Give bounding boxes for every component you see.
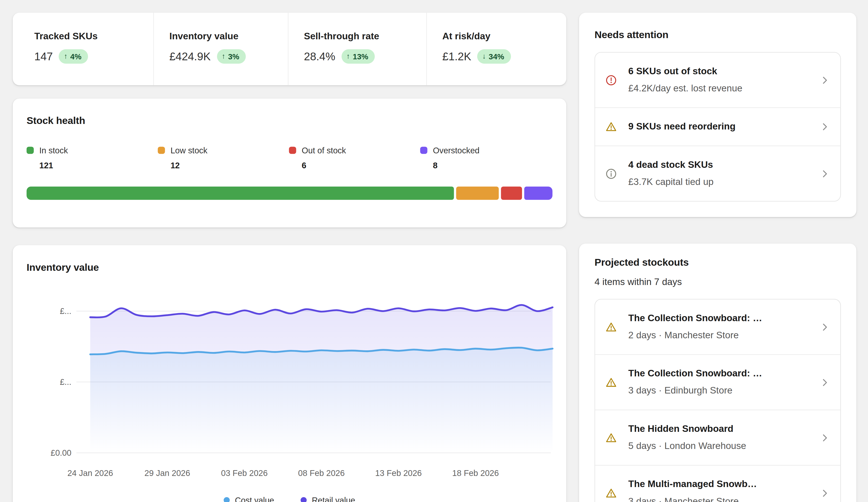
svg-text:18 Feb 2026: 18 Feb 2026 bbox=[452, 469, 499, 478]
inventory-value-chart-card: Inventory value £...£...£0.00 24 Jan 202… bbox=[13, 245, 566, 502]
svg-text:24 Jan 2026: 24 Jan 2026 bbox=[67, 469, 113, 478]
attention-item-title: 4 dead stock SKUs bbox=[628, 158, 808, 172]
stockout-item-title: The Collection Snowboard: … bbox=[628, 367, 808, 381]
warning-triangle-icon bbox=[605, 321, 617, 333]
kpi-label: Sell-through rate bbox=[304, 31, 426, 42]
stockout-item-title: The Multi-managed Snowb… bbox=[628, 477, 808, 492]
arrow-up-icon: ↑ bbox=[64, 52, 68, 61]
kpi-delta-value: 34% bbox=[489, 52, 504, 61]
stock-health-bar bbox=[27, 187, 552, 200]
legend-count: 8 bbox=[433, 161, 551, 170]
needs-attention-card: Needs attention 6 SKUs out of stock £4.2… bbox=[579, 13, 856, 217]
kpi-value: £424.9K bbox=[169, 50, 211, 63]
kpi-delta-value: 13% bbox=[353, 52, 368, 61]
svg-text:13 Feb 2026: 13 Feb 2026 bbox=[375, 469, 422, 478]
svg-text:£...: £... bbox=[60, 306, 71, 316]
inventory-value-line-chart: £...£...£0.00 24 Jan 202629 Jan 202603 F… bbox=[24, 298, 554, 486]
kpi-delta-value: 3% bbox=[228, 52, 239, 61]
legend-overstocked: Overstocked 8 bbox=[420, 146, 551, 170]
chevron-right-icon bbox=[819, 488, 830, 499]
inventory-dashboard: Tracked SKUs 147 ↑4% Inventory value £42… bbox=[0, 0, 868, 502]
stockout-item-title: The Hidden Snowboard bbox=[628, 422, 808, 436]
legend-label: Overstocked bbox=[433, 146, 479, 155]
kpi-delta-badge: ↑4% bbox=[59, 49, 88, 64]
kpi-summary-card: Tracked SKUs 147 ↑4% Inventory value £42… bbox=[13, 13, 566, 85]
legend-item-cost-value[interactable]: Cost value bbox=[224, 495, 274, 502]
stock-health-card: Stock health In stock 121 Low stock 12 O… bbox=[13, 99, 566, 228]
attention-item-subtitle: £3.7K capital tied up bbox=[628, 175, 808, 189]
arrow-down-icon: ↓ bbox=[482, 52, 486, 61]
legend-label: Cost value bbox=[235, 495, 274, 502]
legend-out-of-stock: Out of stock 6 bbox=[289, 146, 420, 170]
cost-value-dot-icon bbox=[224, 497, 230, 502]
kpi-sell-through-rate: Sell-through rate 28.4% ↑13% bbox=[288, 13, 426, 85]
legend-label: In stock bbox=[39, 146, 68, 155]
svg-text:03 Feb 2026: 03 Feb 2026 bbox=[221, 469, 268, 478]
legend-label: Out of stock bbox=[302, 146, 346, 155]
legend-count: 12 bbox=[170, 161, 289, 170]
stockout-item[interactable]: The Multi-managed Snowb… 3 days · Manche… bbox=[595, 465, 840, 502]
attention-item-title: 6 SKUs out of stock bbox=[628, 64, 808, 79]
projected-stockouts-summary: 4 items within 7 days bbox=[595, 277, 841, 288]
retail-value-dot-icon bbox=[301, 497, 307, 502]
attention-item-dead-stock[interactable]: 4 dead stock SKUs £3.7K capital tied up bbox=[595, 146, 840, 201]
projected-stockouts-card: Projected stockouts 4 items within 7 day… bbox=[579, 244, 856, 502]
attention-item-reordering[interactable]: 9 SKUs need reordering bbox=[595, 107, 840, 145]
chevron-right-icon bbox=[819, 432, 830, 443]
svg-text:£...: £... bbox=[60, 377, 71, 387]
chart-y-axis-labels: £...£...£0.00 bbox=[51, 306, 71, 458]
chart-x-axis-labels: 24 Jan 202629 Jan 202603 Feb 202608 Feb … bbox=[67, 469, 499, 478]
warning-triangle-icon bbox=[605, 487, 617, 499]
stock-health-title: Stock health bbox=[27, 115, 552, 127]
legend-item-retail-value[interactable]: Retail value bbox=[301, 495, 355, 502]
legend-count: 6 bbox=[302, 161, 420, 170]
alert-circle-icon bbox=[605, 74, 617, 86]
overstocked-dot-icon bbox=[420, 146, 427, 154]
stockout-item[interactable]: The Collection Snowboard: … 3 days · Edi… bbox=[595, 354, 840, 410]
chevron-right-icon bbox=[819, 168, 830, 179]
kpi-value: 28.4% bbox=[304, 50, 335, 63]
stockout-item-subtitle: 5 days · London Warehouse bbox=[628, 439, 808, 453]
stockout-item[interactable]: The Collection Snowboard: … 2 days · Man… bbox=[595, 299, 840, 354]
arrow-up-icon: ↑ bbox=[222, 52, 225, 61]
kpi-value: £1.2K bbox=[442, 50, 471, 63]
legend-label: Retail value bbox=[312, 495, 355, 502]
stockout-item[interactable]: The Hidden Snowboard 5 days · London War… bbox=[595, 410, 840, 465]
legend-low-stock: Low stock 12 bbox=[158, 146, 289, 170]
svg-text:£0.00: £0.00 bbox=[51, 448, 71, 458]
attention-item-out-of-stock[interactable]: 6 SKUs out of stock £4.2K/day est. lost … bbox=[595, 53, 840, 107]
stock-bar-segment-2 bbox=[501, 187, 522, 200]
needs-attention-title: Needs attention bbox=[595, 29, 841, 41]
stock-bar-segment-0 bbox=[27, 187, 454, 200]
in-stock-dot-icon bbox=[27, 146, 34, 154]
kpi-label: Inventory value bbox=[169, 31, 288, 42]
projected-stockouts-list: The Collection Snowboard: … 2 days · Man… bbox=[595, 299, 841, 502]
stock-bar-segment-1 bbox=[456, 187, 499, 200]
legend-count: 121 bbox=[39, 161, 158, 170]
kpi-label: Tracked SKUs bbox=[34, 31, 153, 42]
kpi-tracked-skus: Tracked SKUs 147 ↑4% bbox=[13, 13, 153, 85]
chart-legend: Cost value Retail value bbox=[13, 495, 566, 502]
info-circle-icon bbox=[605, 167, 617, 180]
svg-text:08 Feb 2026: 08 Feb 2026 bbox=[298, 469, 344, 478]
projected-stockouts-title: Projected stockouts bbox=[595, 257, 841, 268]
stockout-item-subtitle: 3 days · Edinburgh Store bbox=[628, 383, 808, 398]
kpi-inventory-value: Inventory value £424.9K ↑3% bbox=[153, 13, 288, 85]
needs-attention-list: 6 SKUs out of stock £4.2K/day est. lost … bbox=[595, 52, 841, 202]
kpi-label: At risk/day bbox=[442, 31, 566, 42]
arrow-up-icon: ↑ bbox=[347, 52, 350, 61]
kpi-delta-badge: ↑13% bbox=[341, 49, 375, 64]
legend-label: Low stock bbox=[170, 146, 207, 155]
stock-health-legend: In stock 121 Low stock 12 Out of stock 6… bbox=[27, 146, 552, 170]
stockout-item-title: The Collection Snowboard: … bbox=[628, 311, 808, 326]
warning-triangle-icon bbox=[605, 121, 617, 133]
kpi-delta-value: 4% bbox=[70, 52, 81, 61]
stockout-item-subtitle: 3 days · Manchester Store bbox=[628, 494, 808, 502]
stockout-item-subtitle: 2 days · Manchester Store bbox=[628, 328, 808, 342]
warning-triangle-icon bbox=[605, 432, 617, 444]
chevron-right-icon bbox=[819, 74, 830, 85]
warning-triangle-icon bbox=[605, 376, 617, 388]
low-stock-dot-icon bbox=[158, 146, 165, 154]
out-of-stock-dot-icon bbox=[289, 146, 296, 154]
kpi-delta-badge: ↑3% bbox=[217, 49, 246, 64]
